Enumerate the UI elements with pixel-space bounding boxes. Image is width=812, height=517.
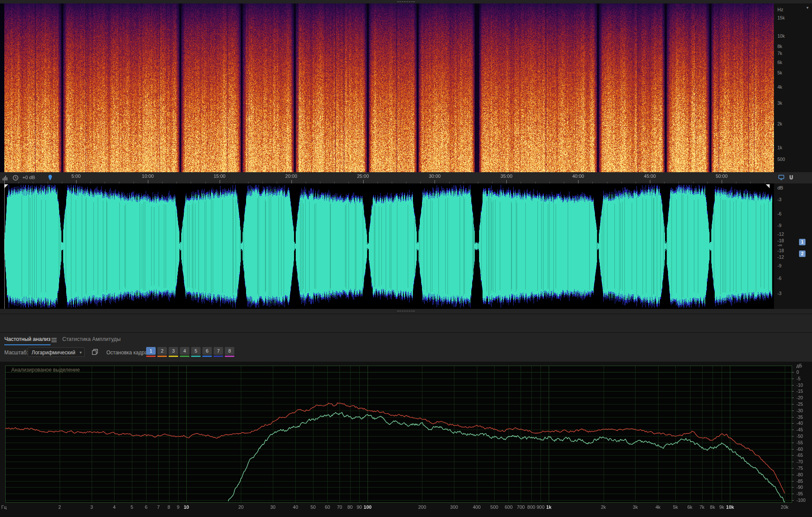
y-axis-unit-label: дБ [796,363,802,368]
hold-frame-button[interactable]: 8 [225,347,234,357]
channel-button[interactable]: 1 [799,239,806,245]
hold-frame-button-label: 1 [146,347,156,355]
panel-drag-handle[interactable] [397,1,415,2]
hold-frame-color-bar [146,356,156,357]
y-tick-label: -5 [796,376,800,381]
frequency-tick-label: 15k [777,15,785,20]
db-tick-label: -9 [777,263,781,268]
y-tick-label: -40 [796,421,803,426]
y-tick-label: -10 [796,382,803,388]
panel-menu-caret-icon[interactable]: ▾ [806,5,809,10]
frequency-tick-label: 6k [777,60,782,65]
frequency-tick-label: 7k [777,51,782,56]
time-label: 25:00 [357,173,369,179]
hold-frame-color-bar [225,356,234,357]
chart-frequency-axis: Гц23456789102030405060708090100200300400… [0,504,812,512]
frequency-tick-label: 1k [777,145,782,150]
y-tick-label: -15 [796,389,803,394]
hold-frame-color-bar [214,356,223,357]
hold-frame-button[interactable]: 3 [169,347,178,357]
gain-label: +0 dB [22,175,35,180]
x-tick-label: 6k [687,504,693,510]
tab-frequency-analysis[interactable]: Частотный анализ [4,336,51,345]
y-tick-label: -20 [796,395,803,400]
snap-icon[interactable] [789,175,794,181]
scale-select[interactable]: Логарифмический ▾ [28,347,85,357]
selection-handle-left[interactable] [4,184,8,188]
x-tick-label: 9k [719,504,724,510]
channel-button[interactable]: 2 [799,250,806,257]
x-tick-label: 80 [347,504,352,510]
frequency-tick-label: 2k [777,121,782,126]
y-tick-label: -85 [796,478,803,484]
x-tick-label: 60 [325,504,330,510]
hold-frame-color-bar [202,356,212,357]
time-label: 45:00 [644,173,656,179]
scale-label: Масштаб: [4,350,28,356]
panel-menu-icon[interactable] [51,337,57,343]
y-tick-label: -100 [796,498,806,503]
frequency-tick-label: 8k [777,44,782,49]
time-label: 5:00 [71,173,80,179]
db-tick-label: -6 [777,211,781,216]
x-tick-label: 3 [90,504,93,510]
db-tick-label: -3 [777,291,781,296]
time-label: 40:00 [572,173,584,179]
y-tick-label: -95 [796,491,803,496]
hold-frame-button[interactable]: 6 [202,347,212,357]
x-tick-label: 10k [726,504,734,510]
waveform-db-scale: dB -3-6-9-12-18-∞-18-12-9-6-3 [774,183,812,309]
frequency-tick-label: 5k [777,70,782,75]
waveform-display[interactable] [0,183,774,309]
x-tick-label: 300 [450,504,458,510]
copy-icon[interactable] [92,349,98,355]
x-tick-label: 4 [113,504,115,510]
x-tick-label: 6 [145,504,147,510]
chart-db-scale: дБ0-5-10-15-20-25-30-35-40-45-50-55-60-6… [794,362,812,504]
hold-frame-button[interactable]: 2 [157,347,167,357]
x-tick-label: 7k [700,504,705,510]
monitor-icon[interactable] [778,175,785,180]
x-tick-label: 30 [270,504,275,510]
x-tick-label: 8k [710,504,715,510]
y-tick-label: -30 [796,408,803,413]
selection-handle-right[interactable] [766,184,770,188]
x-tick-label: 100 [364,504,371,510]
x-tick-label: 40 [293,504,298,510]
hold-frame-button-label: 3 [169,347,178,355]
hold-frame-buttons: 12345678 [146,347,236,357]
hold-frame-button[interactable]: 7 [214,347,223,357]
time-label: 30:00 [429,173,441,179]
panel-splitter-handle[interactable] [397,311,415,311]
frequency-tick-label: 3k [777,100,782,106]
pin-icon[interactable] [48,174,53,181]
y-tick-label: -50 [796,434,803,439]
tab-amplitude-statistics[interactable]: Статистика Амплитуды [62,336,121,342]
x-tick-label: 10 [184,504,189,510]
x-tick-label: 2k [601,504,606,510]
spectrogram-frequency-scale: Hz ▾ 15k10k8k7k6k5k4k3k2k1k500 [774,3,812,172]
hold-frame-button-label: 6 [202,347,212,355]
timeline-ruler[interactable]: +0 dB 5:0010:0015:0020:0025:0030:0035:00… [0,172,812,184]
frequency-tick-label: 4k [777,84,782,90]
y-tick-label: -25 [796,401,803,407]
hold-frame-button[interactable]: 5 [191,347,201,357]
frequency-tick-label: 10k [777,33,785,39]
hold-frame-button[interactable]: 1 [146,347,156,357]
hold-frame-button[interactable]: 4 [180,347,189,357]
x-tick-label: 8 [167,504,170,510]
x-tick-label: 600 [505,504,512,510]
hold-frame-button-label: 7 [214,347,223,355]
hold-frame-color-bar [191,356,201,357]
y-tick-label: -70 [796,459,803,464]
clock-icon[interactable] [13,175,19,181]
time-label: 35:00 [501,173,513,179]
hold-frame-button-label: 5 [191,347,201,355]
x-tick-label: 2 [58,504,61,510]
x-tick-label: 400 [473,504,480,510]
x-tick-label: 5k [673,504,678,510]
y-tick-label: -45 [796,427,803,432]
transport-bar: 0:00.000 [0,314,812,332]
spectrogram-display[interactable] [0,3,774,172]
hold-frame-button-label: 4 [180,347,189,355]
